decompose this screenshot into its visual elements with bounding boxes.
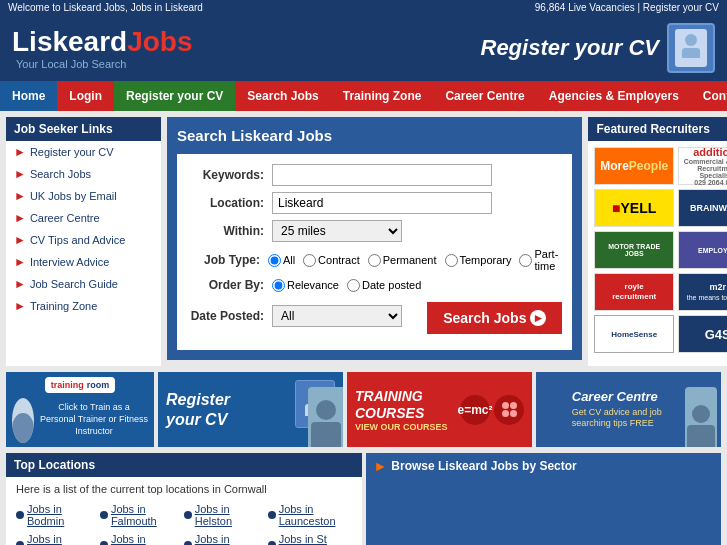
bullet-falmouth <box>100 511 108 519</box>
recruiter-more-people[interactable]: MorePeople <box>594 147 674 185</box>
sidebar-item-career[interactable]: ► Career Centre <box>6 207 161 229</box>
search-arrow-icon: ► <box>530 310 546 326</box>
sector-title-text: Browse Liskeard Jobs by Sector <box>391 459 576 473</box>
recruiter-employer[interactable]: EMPLOYER <box>678 231 727 269</box>
location-helston[interactable]: Jobs in Helston <box>184 501 268 529</box>
recruiter-g4s[interactable]: G4S <box>678 315 727 353</box>
bullet-newquay <box>100 541 108 545</box>
location-st-austell[interactable]: Jobs in St Austell <box>268 531 352 545</box>
nav-search-jobs[interactable]: Search Jobs <box>235 81 330 111</box>
recruiter-motor-trade[interactable]: MOTOR TRADE JOBS <box>594 231 674 269</box>
link-helston[interactable]: Jobs in Helston <box>195 503 268 527</box>
top-locations-desc: Here is a list of the current top locati… <box>16 483 352 495</box>
sidebar-item-register-cv[interactable]: ► Register your CV <box>6 141 161 163</box>
banner-training[interactable]: training room Click to Train as a Person… <box>6 372 154 447</box>
recruiter-brainware[interactable]: BRAINWARE <box>678 189 727 227</box>
link-penzance[interactable]: Jobs in Penzance <box>195 533 268 545</box>
recruiter-additions[interactable]: additions Commercial & Retail Recruitmen… <box>678 147 727 185</box>
bullet-liskeard <box>16 541 24 545</box>
recruiter-royle[interactable]: roylerecruitment <box>594 273 674 311</box>
jobtype-temporary[interactable]: Temporary <box>445 254 512 267</box>
link-launceston[interactable]: Jobs in Launceston <box>279 503 352 527</box>
banner-reg-text1: Register <box>166 391 230 409</box>
search-jobs-button[interactable]: Search Jobs ► <box>427 302 562 334</box>
link-liskeard[interactable]: Jobs in Liskeard <box>27 533 100 545</box>
sidebar-item-training[interactable]: ► Training Zone <box>6 295 161 317</box>
jobtype-parttime[interactable]: Part-time <box>519 248 562 272</box>
banner-career[interactable]: Career Centre Get CV advice and job sear… <box>536 372 721 447</box>
location-falmouth[interactable]: Jobs in Falmouth <box>100 501 184 529</box>
arrow-icon-job-guide: ► <box>14 277 26 291</box>
top-bar: Welcome to Liskeard Jobs, Jobs in Liskea… <box>0 0 727 15</box>
locations-grid: Jobs in Bodmin Jobs in Falmouth Jobs in … <box>16 501 352 545</box>
arrow-icon-uk: ► <box>14 189 26 203</box>
banner-courses[interactable]: TRAINING COURSES VIEW OUR COURSES e=mc² <box>347 372 532 447</box>
recruiter-m2r[interactable]: m2rthe means to recruit <box>678 273 727 311</box>
sidebar-link-interview: Interview Advice <box>30 256 109 268</box>
dateposted-row: Date Posted: All Today Last 3 days Last … <box>187 298 562 334</box>
sidebar-link-register: Register your CV <box>30 146 114 158</box>
banner-career-text2: Get CV advice and job searching tips FRE… <box>572 407 686 430</box>
nav-contact-us[interactable]: Contact Us <box>691 81 727 111</box>
link-bodmin[interactable]: Jobs in Bodmin <box>27 503 100 527</box>
location-bodmin[interactable]: Jobs in Bodmin <box>16 501 100 529</box>
jobtype-permanent[interactable]: Permanent <box>368 254 437 267</box>
training-room-logo: training room <box>45 377 116 393</box>
keywords-input[interactable] <box>272 164 492 186</box>
location-launceston[interactable]: Jobs in Launceston <box>268 501 352 529</box>
course-icons: e=mc² <box>460 395 524 425</box>
sidebar-item-interview[interactable]: ► Interview Advice <box>6 251 161 273</box>
orderby-date[interactable]: Date posted <box>347 279 421 292</box>
recruiter-yell[interactable]: ■YELL <box>594 189 674 227</box>
location-input[interactable] <box>272 192 492 214</box>
nav-agencies[interactable]: Agencies & Employers <box>537 81 691 111</box>
sidebar-item-uk-jobs[interactable]: ► UK Jobs by Email <box>6 185 161 207</box>
location-liskeard[interactable]: Jobs in Liskeard <box>16 531 100 545</box>
keywords-row: Keywords: <box>187 164 562 186</box>
main-search: Search Liskeard Jobs Keywords: Location:… <box>161 111 588 372</box>
featured-recruiters: Featured Recruiters MorePeople additions… <box>588 117 727 366</box>
nav-training-zone[interactable]: Training Zone <box>331 81 434 111</box>
dateposted-select[interactable]: All Today Last 3 days Last week <box>272 305 402 327</box>
nav-career-centre[interactable]: Career Centre <box>433 81 536 111</box>
within-select[interactable]: 25 miles 5 miles 10 miles 15 miles 50 mi… <box>272 220 402 242</box>
link-newquay[interactable]: Jobs in Newquay <box>111 533 184 545</box>
within-label: Within: <box>187 224 272 238</box>
register-cv-banner[interactable]: Register your CV <box>481 23 716 73</box>
cv-icon <box>667 23 715 73</box>
link-falmouth[interactable]: Jobs in Falmouth <box>111 503 184 527</box>
jobtype-all[interactable]: All <box>268 254 295 267</box>
bullet-bodmin <box>16 511 24 519</box>
logo-tagline: Your Local Job Search <box>16 58 193 70</box>
sidebar-item-cv-tips[interactable]: ► CV Tips and Advice <box>6 229 161 251</box>
banner-register-cv[interactable]: Register your CV <box>158 372 343 447</box>
person-silhouette <box>308 387 343 447</box>
sector-section: ► Browse Liskeard Jobs by Sector <box>366 453 722 545</box>
sidebar-item-search-jobs[interactable]: ► Search Jobs <box>6 163 161 185</box>
dateposted-label: Date Posted: <box>187 309 272 323</box>
orderby-relevance[interactable]: Relevance <box>272 279 339 292</box>
sidebar-link-job-guide: Job Search Guide <box>30 278 118 290</box>
location-penzance[interactable]: Jobs in Penzance <box>184 531 268 545</box>
career-person <box>685 387 717 447</box>
nav-register-cv[interactable]: Register your CV <box>114 81 235 111</box>
location-newquay[interactable]: Jobs in Newquay <box>100 531 184 545</box>
sidebar-item-job-guide[interactable]: ► Job Search Guide <box>6 273 161 295</box>
recruiter-homesense[interactable]: HomeSense <box>594 315 674 353</box>
nav-home[interactable]: Home <box>0 81 57 111</box>
arrow-icon-career: ► <box>14 211 26 225</box>
banner-career-text1: Career Centre <box>572 389 658 405</box>
top-bar-right: 96,864 Live Vacancies | Register your CV <box>535 2 719 13</box>
arrow-icon-training: ► <box>14 299 26 313</box>
orderby-label: Order By: <box>187 278 272 292</box>
logo-area[interactable]: LiskeardJobs Your Local Job Search <box>12 26 193 70</box>
jobtype-contract[interactable]: Contract <box>303 254 360 267</box>
keywords-label: Keywords: <box>187 168 272 182</box>
sector-title[interactable]: ► Browse Liskeard Jobs by Sector <box>366 453 722 479</box>
banner-courses-text3: VIEW OUR COURSES <box>355 422 448 432</box>
nav-login[interactable]: Login <box>57 81 114 111</box>
logo-liskeard: Liskeard <box>12 26 127 57</box>
logo-jobs: Jobs <box>127 26 192 57</box>
link-st-austell[interactable]: Jobs in St Austell <box>279 533 352 545</box>
sidebar-title: Job Seeker Links <box>6 117 161 141</box>
